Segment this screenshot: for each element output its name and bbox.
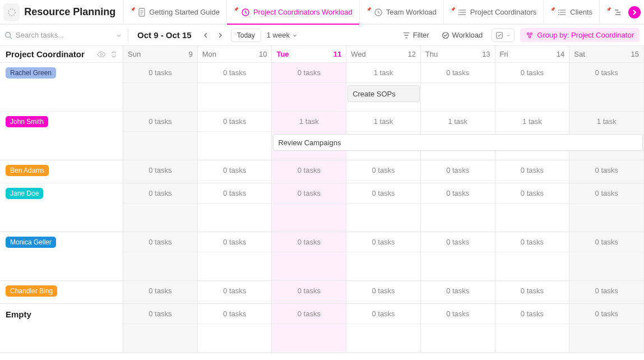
filter-button[interactable]: Filter (399, 29, 433, 41)
day-cell-body[interactable] (569, 83, 643, 111)
workload-button[interactable]: Workload (438, 29, 487, 41)
day-cell-body[interactable] (569, 204, 643, 232)
day-cell-body[interactable] (198, 181, 272, 183)
day-cell-body[interactable] (346, 204, 420, 232)
day-cell-body[interactable] (272, 301, 346, 303)
day-cell-body[interactable] (272, 204, 346, 232)
tab-project-coordinators-workload[interactable]: 📌Project Coordinators Workload (226, 0, 359, 25)
day-cell-body[interactable] (123, 252, 197, 280)
day-cell[interactable]: 0 tasks (421, 281, 495, 303)
row-header-cell[interactable]: Empty (0, 304, 123, 352)
row-header-cell[interactable]: Chandler Bing (0, 281, 123, 303)
day-cell[interactable]: 0 tasks (198, 281, 272, 303)
day-cell-body[interactable] (421, 204, 495, 232)
day-cell-body[interactable] (569, 324, 643, 352)
day-header[interactable]: Fri14 (495, 46, 570, 62)
day-cell-body[interactable] (272, 181, 346, 183)
day-cell-body[interactable] (495, 83, 569, 111)
day-cell[interactable]: 0 tasks (495, 183, 570, 232)
person-chip[interactable]: Jane Doe (6, 188, 43, 199)
day-cell-body[interactable] (198, 252, 272, 280)
person-chip[interactable]: John Smith (6, 116, 48, 127)
collapse-all-icon[interactable] (110, 50, 117, 58)
day-cell[interactable]: 0 tasks (123, 63, 198, 111)
day-cell[interactable]: 0 tasks (198, 63, 272, 111)
day-cell[interactable]: 0 tasks (272, 281, 346, 303)
day-cell[interactable]: 0 tasks (272, 63, 346, 111)
day-cell[interactable]: 0 tasks (346, 183, 421, 232)
person-chip[interactable]: Chandler Bing (6, 285, 57, 297)
day-cell-body[interactable] (495, 181, 569, 183)
person-chip[interactable]: Monica Geller (6, 237, 56, 248)
day-cell[interactable]: 0 tasks (569, 232, 644, 280)
search-input[interactable] (16, 31, 112, 39)
day-cell[interactable]: 0 tasks (569, 160, 644, 183)
day-cell[interactable]: 0 tasks (346, 160, 421, 183)
day-cell[interactable]: 0 tasks (421, 304, 495, 352)
day-cell[interactable]: 0 tasks (272, 160, 346, 183)
person-chip[interactable]: Ben Adams (6, 165, 49, 176)
day-cell[interactable]: 0 tasks (569, 304, 644, 352)
day-cell[interactable]: 0 tasks (421, 183, 495, 232)
task-bar[interactable]: Review Campaigns (273, 134, 643, 151)
day-cell[interactable]: 0 tasks (495, 304, 570, 352)
day-cell[interactable]: 0 tasks (123, 232, 198, 280)
day-cell-body[interactable] (123, 132, 197, 160)
day-cell-body[interactable] (272, 83, 346, 111)
today-button[interactable]: Today (231, 29, 261, 42)
day-cell-body[interactable] (495, 324, 569, 352)
day-cell[interactable]: 0 tasks (346, 232, 421, 280)
day-header[interactable]: Sun9 (123, 46, 198, 62)
day-cell[interactable]: 0 tasks (123, 112, 198, 160)
day-cell-body[interactable] (123, 301, 197, 303)
day-cell-body[interactable] (123, 324, 197, 352)
day-cell-body[interactable] (123, 181, 197, 183)
day-cell[interactable]: 0 tasks (123, 160, 198, 183)
next-week-button[interactable] (215, 31, 225, 40)
chevron-down-icon[interactable] (115, 32, 122, 39)
day-cell[interactable]: 0 tasks (346, 281, 421, 303)
day-cell-body[interactable] (123, 83, 197, 111)
row-header-cell[interactable]: Ben Adams (0, 160, 123, 183)
day-header[interactable]: Thu13 (421, 46, 495, 62)
day-cell[interactable]: 0 tasks (495, 63, 570, 111)
day-cell-body[interactable] (272, 324, 346, 352)
row-header-cell[interactable]: Monica Geller (0, 232, 123, 280)
row-header-cell[interactable]: Jane Doe (0, 183, 123, 232)
day-cell-body[interactable] (421, 301, 495, 303)
row-header-cell[interactable]: John Smith (0, 112, 123, 160)
day-cell-body[interactable] (198, 204, 272, 232)
day-cell-body[interactable] (346, 252, 420, 280)
prev-week-button[interactable] (201, 31, 211, 40)
day-cell[interactable]: 0 tasks (123, 183, 198, 232)
day-cell[interactable]: 0 tasks (346, 304, 421, 352)
options-button[interactable] (492, 29, 515, 42)
tab-clients[interactable]: 📌Clients (543, 0, 599, 25)
tabs-overflow-button[interactable] (628, 6, 641, 19)
day-cell-body[interactable] (198, 301, 272, 303)
day-cell-body[interactable] (198, 132, 272, 160)
day-header[interactable]: Wed12 (346, 46, 421, 62)
task-bar[interactable]: Create SOPs (348, 85, 420, 102)
row-header-cell[interactable]: Rachel Green (0, 63, 123, 111)
day-cell-body[interactable] (421, 181, 495, 183)
day-cell-body[interactable] (272, 252, 346, 280)
day-header[interactable]: Mon10 (198, 46, 272, 62)
day-cell-body[interactable] (421, 252, 495, 280)
day-cell[interactable]: 0 tasks (421, 160, 495, 183)
day-cell[interactable]: 0 tasks (272, 304, 346, 352)
day-cell-body[interactable] (495, 301, 569, 303)
day-cell[interactable]: 0 tasks (198, 112, 272, 160)
group-by-button[interactable]: Group by: Project Coordinator (520, 28, 640, 42)
day-cell[interactable]: 0 tasks (272, 183, 346, 232)
tab-activity-gant[interactable]: 📌Activity Gant (599, 0, 625, 25)
day-cell-body[interactable] (198, 324, 272, 352)
day-cell[interactable]: 0 tasks (272, 232, 346, 280)
visibility-icon[interactable] (97, 50, 106, 58)
day-cell[interactable]: 0 tasks (495, 160, 570, 183)
day-cell-body[interactable] (198, 83, 272, 111)
tab-getting-started-guide[interactable]: 📌Getting Started Guide (123, 0, 226, 25)
tab-team-workload[interactable]: 📌Team Workload (359, 0, 443, 25)
person-chip[interactable]: Rachel Green (6, 67, 56, 79)
day-header[interactable]: Tue11 (272, 46, 346, 62)
